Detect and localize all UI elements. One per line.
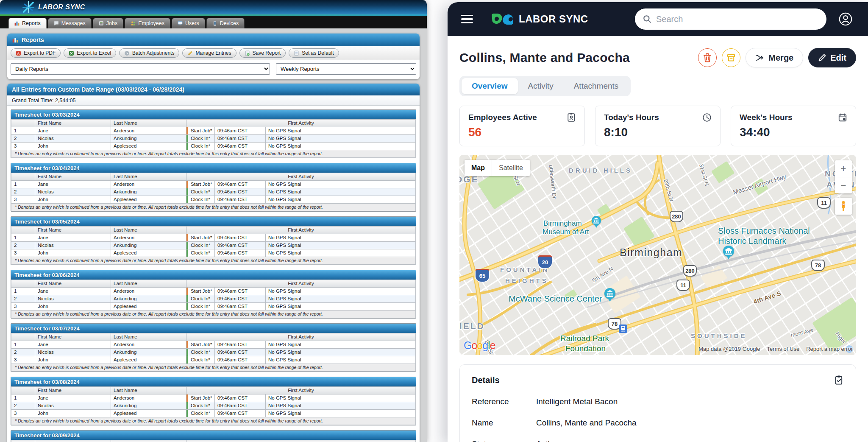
activity-cell: Start Job* bbox=[186, 127, 215, 135]
gps-cell: No GPS Signal bbox=[266, 234, 416, 242]
clipboard-check-icon[interactable] bbox=[834, 375, 844, 385]
tab-reports[interactable]: Reports bbox=[8, 18, 47, 28]
tabs-container: Overview Activity Attachments bbox=[459, 76, 631, 96]
timesheet-row: 2 Nicolas Ankunding Clock In* 09:46am CS… bbox=[11, 295, 416, 303]
time-cell: 09:46am CST bbox=[215, 181, 266, 188]
map-label: 5th Ave N bbox=[591, 266, 614, 284]
edit-button[interactable]: Edit bbox=[808, 48, 856, 67]
reports-chart-icon bbox=[14, 21, 19, 26]
col-first-name: First Name bbox=[35, 227, 111, 234]
first-name-cell: John bbox=[35, 356, 111, 364]
museum-pin-icon[interactable] bbox=[723, 246, 734, 259]
first-name-cell: Jane bbox=[35, 234, 111, 242]
first-name-cell: John bbox=[35, 303, 111, 311]
main-content: Collins, Mante and Pacocha Merge Edit bbox=[448, 48, 868, 442]
tab-users[interactable]: Users bbox=[172, 18, 205, 28]
row-number: 1 bbox=[11, 181, 35, 188]
detail-value: Active bbox=[536, 439, 558, 442]
activity-cell: Clock In* bbox=[186, 242, 215, 249]
map-button[interactable]: Map bbox=[465, 160, 492, 176]
tab-attachments[interactable]: Attachments bbox=[564, 78, 629, 94]
timesheet-column-headers: First Name Last Name First Activity bbox=[11, 440, 416, 442]
activity-cell: Clock In* bbox=[186, 135, 215, 143]
menu-icon[interactable] bbox=[461, 13, 473, 26]
stat-label: Employees Active bbox=[468, 113, 537, 122]
button-label: Manage Entries bbox=[195, 50, 231, 56]
first-name-cell: Nicolas bbox=[35, 188, 111, 196]
activity-color-bar bbox=[186, 402, 188, 409]
tab-devices[interactable]: Devices bbox=[206, 18, 245, 28]
gps-cell: No GPS Signal bbox=[266, 394, 416, 402]
timesheet-title: Timesheet for 03/05/2024 bbox=[11, 217, 416, 226]
collapse-chevron[interactable] bbox=[835, 440, 844, 442]
activity-cell: Clock In* bbox=[186, 188, 215, 196]
row-number: 3 bbox=[11, 196, 35, 204]
first-name-cell: Jane bbox=[35, 127, 111, 135]
activity-cell: Clock In* bbox=[186, 196, 215, 204]
timesheet-column-headers: First Name Last Name First Activity bbox=[11, 120, 416, 127]
default-doc-icon bbox=[294, 50, 299, 56]
tab-messages[interactable]: Messages bbox=[48, 18, 92, 28]
search-input[interactable] bbox=[656, 14, 819, 24]
col-first-name: First Name bbox=[35, 333, 111, 341]
row-number: 2 bbox=[11, 402, 35, 410]
map-label: Sloss Furnaces National bbox=[718, 226, 810, 236]
stat-value: 56 bbox=[468, 126, 576, 139]
delete-button[interactable] bbox=[698, 48, 717, 67]
export-excel-button[interactable]: Export to Excel bbox=[64, 48, 116, 58]
tab-jobs[interactable]: Jobs bbox=[93, 18, 123, 28]
legacy-header: LABOR SYNC bbox=[0, 0, 427, 14]
account-icon[interactable] bbox=[838, 12, 853, 26]
timesheet-footnote: * Denotes an entry which is continued fr… bbox=[11, 364, 416, 372]
set-as-default-button[interactable]: Set as Default bbox=[289, 48, 339, 58]
row-number: 2 bbox=[11, 349, 35, 356]
terms-of-use-link[interactable]: Terms of Use bbox=[767, 346, 800, 352]
timesheet-footnote: * Denotes an entry which is continued fr… bbox=[11, 311, 416, 318]
archive-button[interactable] bbox=[722, 48, 740, 67]
labor-sync-burst-icon bbox=[22, 1, 35, 14]
pegman-button[interactable] bbox=[835, 198, 852, 215]
save-doc-icon bbox=[245, 50, 250, 56]
details-title: Details bbox=[472, 375, 500, 385]
search-bar[interactable] bbox=[635, 8, 826, 30]
timesheet-row: 2 Nicolas Ankunding Clock In* 09:46am CS… bbox=[11, 188, 416, 196]
legacy-content: Reports A Export to PDF Export to Excel … bbox=[0, 28, 427, 442]
timesheet-row: 3 John Appleseed Clock In* 09:46am CST N… bbox=[11, 356, 416, 364]
merge-button[interactable]: Merge bbox=[746, 48, 803, 67]
museum-pin-icon[interactable] bbox=[592, 216, 601, 228]
zoom-out-button[interactable]: − bbox=[835, 177, 852, 193]
tab-employees[interactable]: Employees bbox=[125, 18, 170, 28]
export-pdf-button[interactable]: A Export to PDF bbox=[11, 48, 61, 58]
gps-cell: No GPS Signal bbox=[266, 135, 416, 143]
col-first-name: First Name bbox=[35, 173, 111, 181]
zoom-in-button[interactable]: + bbox=[835, 160, 852, 177]
timesheet-row: 1 Jane Anderson Start Job* 09:46am CST N… bbox=[11, 181, 416, 188]
report-map-error-link[interactable]: Report a map error bbox=[806, 346, 853, 352]
row-number: 1 bbox=[11, 341, 35, 349]
satellite-button[interactable]: Satellite bbox=[492, 160, 530, 176]
map[interactable]: OGEDRUID HILLSFIELDFOUNTAINHEIGHTSSOUTHS… bbox=[459, 155, 856, 355]
timesheet-row: 2 Nicolas Ankunding Clock In* 09:46am CS… bbox=[11, 349, 416, 356]
tab-overview[interactable]: Overview bbox=[462, 78, 518, 94]
last-name-cell: Ankunding bbox=[111, 402, 186, 410]
report-type-select[interactable]: Daily Reports bbox=[11, 63, 270, 75]
row-number: 1 bbox=[11, 234, 35, 242]
pencil-icon bbox=[187, 50, 193, 56]
manage-entries-button[interactable]: Manage Entries bbox=[182, 48, 236, 58]
timesheet-row: 2 Nicolas Ankunding Clock In* 09:46am CS… bbox=[11, 242, 416, 249]
map-label: Messer Airport Hwy bbox=[732, 173, 787, 196]
last-name-cell: Ankunding bbox=[111, 242, 186, 249]
col-last-name: Last Name bbox=[111, 227, 186, 234]
detail-label: Reference bbox=[472, 397, 536, 406]
activity-color-bar bbox=[186, 196, 188, 203]
batch-adjustments-button[interactable]: Batch Adjustments bbox=[119, 48, 179, 58]
edit-label: Edit bbox=[830, 53, 846, 63]
stat-label: Week's Hours bbox=[740, 113, 793, 122]
report-period-select[interactable]: Weekly Reports bbox=[276, 63, 416, 75]
tab-activity[interactable]: Activity bbox=[518, 78, 564, 94]
modern-app-window: LABOR SYNC Collins, Mante and Pacocha bbox=[448, 2, 868, 442]
museum-pin-icon[interactable] bbox=[604, 288, 615, 302]
google-logo[interactable]: Google bbox=[464, 339, 495, 352]
save-report-button[interactable]: Save Report bbox=[239, 48, 286, 58]
stat-value: 34:40 bbox=[740, 126, 847, 139]
